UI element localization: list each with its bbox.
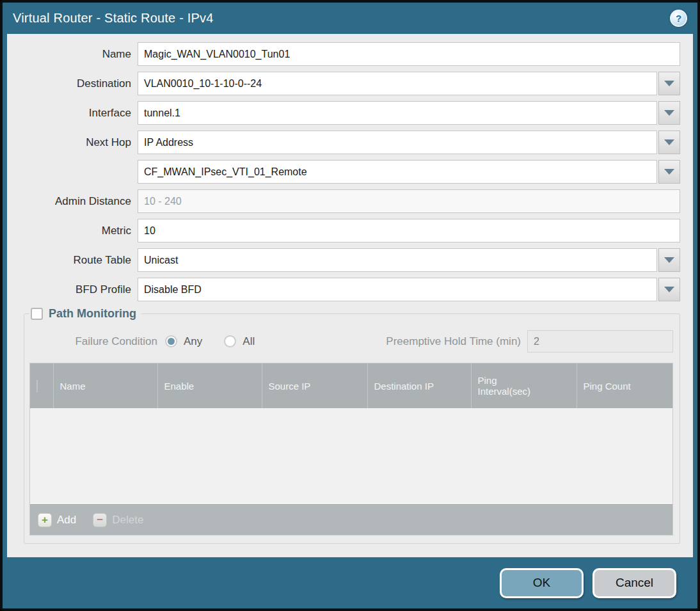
preemptive-hold-time-group: Preemptive Hold Time (min) xyxy=(386,330,673,353)
delete-button-label: Delete xyxy=(112,514,143,527)
column-header-enable: Enable xyxy=(157,363,262,408)
minus-icon: − xyxy=(93,513,107,527)
form-row-name: Name xyxy=(17,42,680,66)
table-header-select-all xyxy=(30,363,53,408)
interface-dropdown-button[interactable] xyxy=(658,101,680,125)
column-header-name: Name xyxy=(53,363,157,408)
cancel-button[interactable]: Cancel xyxy=(593,568,676,598)
form-row-route-table: Route Table xyxy=(17,248,680,272)
next-hop-address-input[interactable] xyxy=(138,160,657,184)
failure-condition-label: Failure Condition xyxy=(29,335,165,348)
path-monitoring-legend: Path Monitoring xyxy=(29,307,141,321)
delete-button[interactable]: − Delete xyxy=(93,513,143,527)
preemptive-hold-time-label: Preemptive Hold Time (min) xyxy=(386,335,527,348)
table-header-row: Name Enable Source IP Destination IP Pin… xyxy=(30,363,672,408)
next-hop-dropdown-button[interactable] xyxy=(658,131,680,154)
path-monitoring-checkbox[interactable] xyxy=(31,308,43,320)
failure-condition-all-label: All xyxy=(243,335,255,348)
form-row-bfd-profile: BFD Profile xyxy=(17,278,680,301)
preemptive-hold-time-input[interactable] xyxy=(527,330,673,353)
name-label: Name xyxy=(17,48,138,61)
column-header-ping-count: Ping Count xyxy=(577,363,672,408)
destination-dropdown-button[interactable] xyxy=(658,72,680,95)
failure-condition-all-radio[interactable] xyxy=(224,335,236,347)
table-toolbar: + Add − Delete xyxy=(30,504,672,535)
dialog-title: Virtual Router - Static Route - IPv4 xyxy=(13,11,670,26)
bfd-profile-input[interactable] xyxy=(138,278,657,301)
bfd-profile-dropdown-button[interactable] xyxy=(658,278,680,301)
column-header-destination-ip: Destination IP xyxy=(367,363,471,408)
static-route-dialog: Virtual Router - Static Route - IPv4 ? N… xyxy=(0,0,700,611)
chevron-down-icon xyxy=(664,169,674,175)
form-row-next-hop: Next Hop xyxy=(17,131,680,154)
chevron-down-icon xyxy=(664,139,674,145)
ok-button[interactable]: OK xyxy=(500,568,584,598)
bfd-profile-label: BFD Profile xyxy=(17,283,138,296)
column-header-ping-interval: Ping Interval(sec) xyxy=(471,363,577,408)
name-input[interactable] xyxy=(138,42,680,66)
path-monitoring-table: Name Enable Source IP Destination IP Pin… xyxy=(29,363,673,536)
chevron-down-icon xyxy=(664,81,674,86)
table-empty-body xyxy=(30,408,672,504)
metric-label: Metric xyxy=(17,225,138,237)
column-header-source-ip: Source IP xyxy=(262,363,367,408)
dialog-footer: OK Cancel xyxy=(3,557,697,608)
chevron-down-icon xyxy=(664,287,674,292)
form-row-interface: Interface xyxy=(17,101,680,125)
form-row-metric: Metric xyxy=(17,219,680,242)
path-monitoring-title: Path Monitoring xyxy=(49,307,136,321)
failure-condition-any-label: Any xyxy=(184,335,202,348)
route-table-label: Route Table xyxy=(17,254,138,267)
select-all-checkbox[interactable] xyxy=(36,380,38,392)
chevron-down-icon xyxy=(664,110,674,116)
failure-condition-row: Failure Condition Any All Preemptive Hol… xyxy=(29,329,673,353)
admin-distance-label: Admin Distance xyxy=(17,195,138,208)
chevron-down-icon xyxy=(664,257,674,263)
add-button-label: Add xyxy=(57,514,76,527)
route-table-dropdown-button[interactable] xyxy=(658,248,680,272)
dialog-content: Name Destination Interface xyxy=(7,34,693,557)
failure-condition-any-radio[interactable] xyxy=(165,335,177,347)
route-table-input[interactable] xyxy=(138,248,657,272)
path-monitoring-section: Path Monitoring Failure Condition Any Al… xyxy=(24,307,680,544)
dialog-titlebar: Virtual Router - Static Route - IPv4 ? xyxy=(3,3,697,34)
admin-distance-input[interactable] xyxy=(138,189,680,213)
destination-input[interactable] xyxy=(138,72,657,95)
next-hop-label: Next Hop xyxy=(17,136,138,149)
form-row-admin-distance: Admin Distance xyxy=(17,189,680,213)
metric-input[interactable] xyxy=(138,219,680,242)
plus-icon: + xyxy=(38,513,52,527)
interface-label: Interface xyxy=(17,107,138,120)
next-hop-type-input[interactable] xyxy=(138,131,657,154)
interface-input[interactable] xyxy=(138,101,657,125)
form-row-next-hop-address xyxy=(17,160,680,184)
help-icon[interactable]: ? xyxy=(670,10,687,27)
form-row-destination: Destination xyxy=(17,72,680,95)
add-button[interactable]: + Add xyxy=(38,513,76,527)
next-hop-address-dropdown-button[interactable] xyxy=(658,160,680,184)
destination-label: Destination xyxy=(17,77,138,90)
